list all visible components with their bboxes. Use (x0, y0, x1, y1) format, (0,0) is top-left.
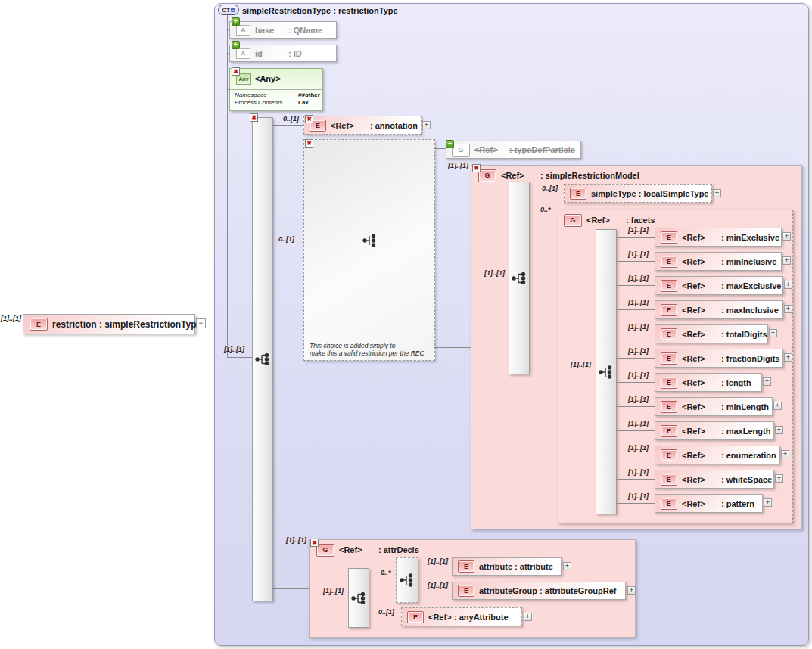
facet-length[interactable]: E <Ref> : length (655, 373, 762, 392)
element-attribute[interactable]: E attribute : attribute (452, 557, 562, 576)
any-namespace-label: Namespace (235, 92, 267, 98)
element-simpleType[interactable]: E simpleType : localSimpleType (564, 184, 712, 203)
remove-icon[interactable]: ✖ (232, 67, 240, 76)
expand-toggle-icon[interactable]: + (713, 189, 721, 197)
facet-enumeration[interactable]: E <Ref> : enumeration (655, 446, 780, 464)
facet-totalDigits[interactable]: E <Ref> : totalDigits (655, 324, 768, 343)
element-icon: E (661, 304, 677, 316)
ref-label: <Ref> (682, 354, 721, 363)
group-name: : typeDefParticle (509, 145, 575, 154)
occurrence-label: 0..[1] (283, 115, 299, 123)
attribute-id[interactable]: A id : ID (229, 45, 337, 62)
collapse-toggle-icon[interactable]: − (196, 318, 206, 328)
note-divider (307, 340, 431, 340)
choice-icon (400, 573, 415, 587)
sequence-icon (512, 272, 527, 284)
sequence-indicator[interactable] (509, 182, 530, 374)
choice-indicator[interactable] (596, 229, 617, 514)
remove-icon[interactable]: ✖ (305, 115, 313, 123)
element-icon: E (407, 611, 424, 623)
occurrence-label: [1]..[1] (428, 582, 448, 589)
remove-icon[interactable]: ✖ (310, 539, 319, 547)
facet-minLength[interactable]: E <Ref> : minLength (655, 397, 773, 416)
element-icon: E (661, 401, 677, 413)
ref-label: <Ref> (682, 499, 721, 508)
remove-icon[interactable]: ✖ (250, 113, 258, 122)
expand-toggle-icon[interactable]: + (784, 281, 792, 289)
remove-icon[interactable]: ✖ (305, 139, 313, 148)
expand-toggle-icon[interactable]: + (764, 498, 772, 507)
occurrence-label: [1]..[1] (628, 468, 649, 476)
expand-toggle-icon[interactable]: + (563, 562, 571, 570)
ref-label: <Ref> (501, 171, 540, 180)
element-label: simpleType : localSimpleType (591, 189, 708, 198)
element-anyAttribute[interactable]: E <Ref> : anyAttribute (401, 607, 522, 626)
ref-label: <Ref> (331, 121, 370, 130)
schema-diagram: CT – simpleRestrictionType : restriction… (0, 0, 812, 649)
sequence-icon (351, 592, 366, 604)
expand-toggle-icon[interactable]: + (784, 305, 792, 313)
facet-maxLength[interactable]: E <Ref> : maxLength (655, 421, 774, 440)
choice-group[interactable]: This choice is added simply to make this… (303, 139, 435, 361)
choice-icon (362, 234, 378, 247)
facet-minExclusive[interactable]: E <Ref> : minExclusive (655, 228, 782, 247)
connector-line (617, 503, 655, 504)
occurrence-label: [1]..[1] (224, 346, 244, 353)
facet-fractionDigits[interactable]: E <Ref> : fractionDigits (655, 349, 783, 368)
connector-line (273, 125, 303, 126)
expand-toggle-icon[interactable]: + (781, 450, 789, 458)
sequence-indicator[interactable] (348, 568, 369, 628)
add-icon[interactable]: + (446, 140, 454, 148)
expand-toggle-icon[interactable]: + (769, 329, 777, 337)
expand-toggle-icon[interactable]: + (627, 586, 636, 595)
sequence-indicator[interactable] (252, 117, 273, 601)
occurrence-label: [1]..[1] (323, 587, 344, 595)
element-restriction[interactable]: E restriction : simpleRestrictionType (23, 314, 195, 334)
expand-toggle-icon[interactable]: + (775, 474, 783, 483)
occurrence-label: 0..[1] (378, 608, 394, 616)
occurrence-label: [1]..[1] (628, 275, 649, 282)
complextype-icon: CT – (218, 5, 239, 15)
expand-toggle-icon[interactable]: + (773, 402, 782, 410)
facet-maxExclusive[interactable]: E <Ref> : maxExclusive (655, 276, 783, 295)
connector-line (617, 382, 655, 383)
any-wildcard[interactable]: Any <Any> Namespace ##other Process Cont… (229, 68, 323, 111)
element-icon: E (661, 328, 677, 340)
facet-name: : minLength (721, 402, 769, 411)
expand-toggle-icon[interactable]: + (422, 121, 431, 129)
element-annotation[interactable]: E <Ref> : annotation (303, 116, 422, 135)
expand-toggle-icon[interactable]: + (524, 613, 532, 621)
ref-label: <Ref> (339, 545, 378, 554)
facet-name: : whiteSpace (721, 475, 772, 484)
connector-line (617, 358, 655, 359)
expand-toggle-icon[interactable]: + (763, 377, 771, 386)
attribute-base[interactable]: A base : QName (229, 21, 337, 39)
expand-toggle-icon[interactable]: + (782, 232, 791, 241)
facet-minInclusive[interactable]: E <Ref> : minInclusive (655, 252, 782, 271)
element-name: : anyAttribute (454, 613, 509, 622)
facet-maxInclusive[interactable]: E <Ref> : maxInclusive (655, 300, 783, 319)
element-icon: E (570, 188, 586, 200)
group-typeDefParticle[interactable]: G <Ref> : typeDefParticle (446, 141, 581, 159)
facet-whiteSpace[interactable]: E <Ref> : whiteSpace (655, 470, 774, 489)
facet-name: : maxExclusive (721, 281, 782, 290)
facet-name: : maxInclusive (721, 306, 779, 315)
connector-line (617, 309, 655, 310)
occurrence-label: [1]..[1] (628, 492, 649, 500)
choice-indicator[interactable] (396, 557, 418, 603)
occurrence-label: [1]..[1] (448, 162, 468, 169)
element-attributeGroup[interactable]: E attributeGroup : attributeGroupRef (452, 582, 626, 600)
group-icon: G (478, 169, 496, 182)
add-icon[interactable]: + (232, 41, 240, 49)
expand-toggle-icon[interactable]: + (782, 256, 791, 265)
occurrence-label: [1]..[1] (628, 299, 649, 306)
expand-toggle-icon[interactable]: + (775, 426, 783, 434)
remove-icon[interactable]: ✖ (472, 164, 481, 172)
expand-toggle-icon[interactable]: + (784, 353, 792, 362)
element-name: : annotation (370, 121, 418, 130)
add-icon[interactable]: + (232, 17, 240, 26)
connector-line (227, 357, 252, 358)
occurrence-label: [1]..[1] (628, 371, 649, 379)
facet-pattern[interactable]: E <Ref> : pattern (655, 494, 763, 513)
any-namespace-value: ##other (298, 92, 320, 98)
